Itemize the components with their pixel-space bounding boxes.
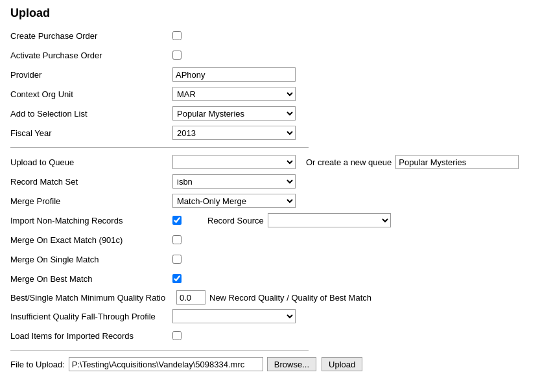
create-purchase-order-label: Create Purchase Order <box>10 31 172 41</box>
fiscal-year-label: Fiscal Year <box>10 128 172 138</box>
merge-on-single-match-label: Merge On Single Match <box>10 255 172 264</box>
create-purchase-order-row: Create Purchase Order <box>10 28 530 43</box>
file-path-input[interactable] <box>69 357 263 371</box>
context-org-unit-row: Context Org Unit MAR Other <box>10 86 530 102</box>
activate-purchase-order-row: Activate Purchase Order <box>10 47 530 63</box>
import-non-matching-label: Import Non-Matching Records <box>10 216 172 225</box>
merge-on-exact-match-checkbox[interactable] <box>172 235 182 244</box>
record-source-label: Record Source <box>207 216 264 225</box>
create-purchase-order-checkbox[interactable] <box>172 31 182 40</box>
page-title: Upload <box>10 6 530 20</box>
activate-purchase-order-label: Activate Purchase Order <box>10 51 172 60</box>
import-non-matching-row: Import Non-Matching Records Record Sourc… <box>10 213 530 228</box>
add-to-selection-list-label: Add to Selection List <box>10 109 172 119</box>
divider-1 <box>10 147 309 148</box>
merge-on-single-match-checkbox[interactable] <box>172 255 182 264</box>
quality-ratio-input[interactable] <box>176 290 205 305</box>
provider-input[interactable] <box>172 67 296 82</box>
provider-label: Provider <box>10 70 172 80</box>
quality-note: New Record Quality / Quality of Best Mat… <box>209 293 371 303</box>
fiscal-year-select[interactable]: 2013 2014 <box>172 126 296 140</box>
merge-on-best-match-checkbox[interactable] <box>172 274 182 283</box>
merge-on-best-match-row: Merge On Best Match <box>10 271 530 286</box>
merge-profile-row: Merge Profile Match-Only Merge Other <box>10 193 530 209</box>
upload-button[interactable]: Upload <box>322 357 362 371</box>
context-org-unit-select[interactable]: MAR Other <box>172 87 296 101</box>
provider-row: Provider <box>10 67 530 82</box>
merge-profile-select[interactable]: Match-Only Merge Other <box>172 194 296 208</box>
record-source-select[interactable] <box>268 213 391 227</box>
record-match-set-select[interactable]: isbn Other <box>172 174 296 189</box>
load-items-label: Load Items for Imported Records <box>10 331 172 341</box>
browse-button[interactable]: Browse... <box>267 357 316 371</box>
or-create-new-queue-label: Or create a new queue <box>306 157 392 167</box>
merge-on-single-match-row: Merge On Single Match <box>10 251 530 267</box>
file-to-upload-label: File to Upload: <box>10 360 65 369</box>
insufficient-quality-select[interactable] <box>172 309 296 323</box>
insufficient-quality-label: Insufficient Quality Fall-Through Profil… <box>10 312 172 321</box>
record-match-set-label: Record Match Set <box>10 177 172 187</box>
merge-on-best-match-label: Merge On Best Match <box>10 274 172 284</box>
record-match-set-row: Record Match Set isbn Other <box>10 174 530 189</box>
fiscal-year-row: Fiscal Year 2013 2014 <box>10 125 530 141</box>
upload-to-queue-label: Upload to Queue <box>10 157 172 167</box>
merge-profile-label: Merge Profile <box>10 196 172 206</box>
divider-2 <box>10 350 309 351</box>
quality-ratio-label: Best/Single Match Minimum Quality Ratio <box>10 293 172 303</box>
merge-on-exact-match-label: Merge On Exact Match (901c) <box>10 235 172 245</box>
add-to-selection-list-select[interactable]: Popular Mysteries Other <box>172 106 296 121</box>
load-items-checkbox[interactable] <box>172 331 182 340</box>
file-to-upload-row: File to Upload: Browse... Upload <box>10 357 530 371</box>
add-to-selection-list-row: Add to Selection List Popular Mysteries … <box>10 106 530 121</box>
upload-to-queue-select[interactable] <box>172 155 296 169</box>
import-non-matching-checkbox[interactable] <box>172 216 182 225</box>
upload-to-queue-row: Upload to Queue Or create a new queue <box>10 154 530 170</box>
load-items-row: Load Items for Imported Records <box>10 328 530 343</box>
new-queue-input[interactable] <box>395 155 519 169</box>
context-org-unit-label: Context Org Unit <box>10 89 172 99</box>
quality-ratio-row: Best/Single Match Minimum Quality Ratio … <box>10 290 530 305</box>
activate-purchase-order-checkbox[interactable] <box>172 51 182 60</box>
merge-on-exact-match-row: Merge On Exact Match (901c) <box>10 232 530 248</box>
insufficient-quality-row: Insufficient Quality Fall-Through Profil… <box>10 308 530 324</box>
